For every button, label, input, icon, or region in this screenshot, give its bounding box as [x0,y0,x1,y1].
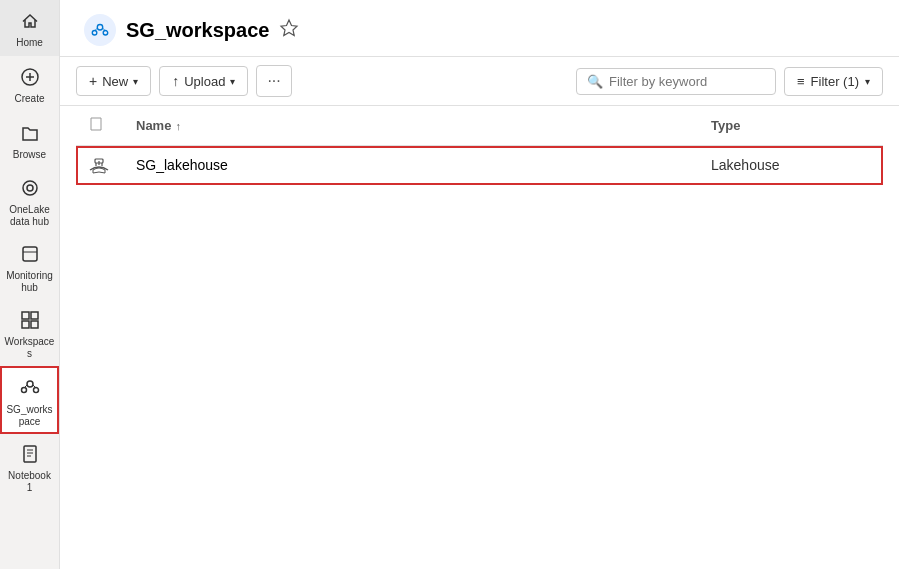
toolbar: + New ▾ ↑ Upload ▾ ··· 🔍 ≡ Filter (1) ▾ [60,57,899,106]
new-button[interactable]: + New ▾ [76,66,151,96]
sidebar-item-monitoring-label: Monitoring hub [4,270,55,294]
filter-icon: ≡ [797,74,805,89]
filter-chevron-icon: ▾ [865,76,870,87]
upload-icon: ↑ [172,73,179,89]
main-content: SG_workspace + New ▾ ↑ Upload ▾ ··· 🔍 ≡ … [60,0,899,569]
sidebar-item-onelake-label: OneLake data hub [4,204,55,228]
svg-marker-25 [281,20,297,36]
create-icon [20,67,40,90]
sidebar-item-create-label: Create [14,93,44,105]
filter-button-label: Filter (1) [811,74,859,89]
row-name: SG_lakehouse [136,157,695,173]
sidebar: Home Create Browse OneLake data hub Moni… [0,0,60,569]
upload-button-label: Upload [184,74,225,89]
svg-rect-8 [31,312,38,319]
more-button[interactable]: ··· [256,65,291,97]
workspace-badge-icon [279,18,299,43]
sidebar-item-workspaces-label: Workspaces [4,336,55,360]
sidebar-item-home[interactable]: Home [0,0,59,56]
svg-point-12 [21,388,26,393]
row-type: Lakehouse [711,157,871,173]
filter-button[interactable]: ≡ Filter (1) ▾ [784,67,883,96]
search-icon: 🔍 [587,74,603,89]
sort-icon: ↑ [175,120,181,132]
notebook-icon [20,444,40,467]
sidebar-item-home-label: Home [16,37,43,49]
col-header-type: Type [711,118,871,133]
sidebar-item-sg-workspace[interactable]: SG_workspace [0,366,59,434]
sidebar-item-onelake[interactable]: OneLake data hub [0,168,59,234]
svg-point-22 [103,30,108,35]
new-plus-icon: + [89,73,97,89]
monitoring-icon [20,244,40,267]
col-type-label: Type [711,118,740,133]
more-dots-icon: ··· [267,72,280,89]
svg-rect-16 [24,446,36,462]
search-box: 🔍 [576,68,776,95]
svg-point-3 [23,181,37,195]
sidebar-item-browse[interactable]: Browse [0,112,59,168]
search-input[interactable] [609,74,765,89]
workspaces-icon [20,310,40,333]
workspace-header: SG_workspace [60,0,899,57]
sg-workspace-icon [19,376,41,401]
sidebar-item-notebook1[interactable]: Notebook 1 [0,434,59,500]
sidebar-item-workspaces[interactable]: Workspaces [0,300,59,366]
home-icon [20,11,40,34]
col-header-icon [88,116,120,135]
sidebar-item-browse-label: Browse [13,149,46,161]
table-header: Name ↑ Type [76,106,883,146]
svg-rect-5 [23,247,37,261]
new-chevron-icon: ▾ [133,76,138,87]
svg-point-4 [27,185,33,191]
new-button-label: New [102,74,128,89]
svg-rect-9 [22,321,29,328]
onelake-icon [20,178,40,201]
svg-point-20 [97,25,102,30]
sidebar-item-create[interactable]: Create [0,56,59,112]
workspace-avatar [84,14,116,46]
sidebar-item-notebook1-label: Notebook 1 [4,470,55,494]
svg-point-13 [33,388,38,393]
upload-button[interactable]: ↑ Upload ▾ [159,66,248,96]
table-area: Name ↑ Type SG_lakehouse Lakehouse [60,106,899,569]
col-name-label: Name [136,118,171,133]
svg-rect-10 [31,321,38,328]
sidebar-item-monitoring[interactable]: Monitoring hub [0,234,59,300]
page-title: SG_workspace [126,19,269,42]
col-header-name: Name ↑ [136,118,695,133]
row-icon [88,154,120,176]
upload-chevron-icon: ▾ [230,76,235,87]
svg-rect-7 [22,312,29,319]
svg-point-21 [92,30,97,35]
table-row[interactable]: SG_lakehouse Lakehouse [76,146,883,185]
sidebar-item-sg-workspace-label: SG_workspace [4,404,55,428]
browse-icon [20,123,40,146]
svg-point-11 [27,381,33,387]
